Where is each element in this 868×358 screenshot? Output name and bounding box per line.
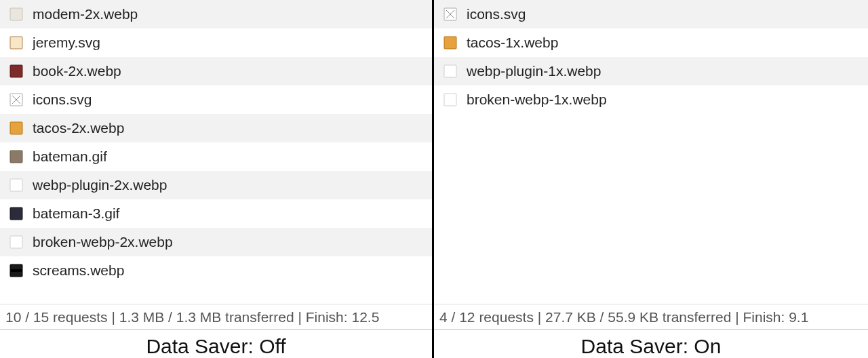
file-icon bbox=[443, 64, 457, 78]
svg-rect-1 bbox=[10, 37, 22, 49]
file-name: bateman.gif bbox=[33, 148, 107, 165]
svg-rect-0 bbox=[10, 8, 22, 20]
file-name: tacos-1x.webp bbox=[467, 35, 558, 51]
file-name: book-2x.webp bbox=[33, 63, 121, 79]
table-row[interactable]: broken-webp-1x.webp bbox=[434, 85, 868, 114]
svg-rect-8 bbox=[10, 236, 22, 248]
table-row[interactable]: tacos-2x.webp bbox=[0, 114, 432, 142]
table-row[interactable]: webp-plugin-2x.webp bbox=[0, 171, 432, 199]
comparison-container: modem-2x.webp jeremy.svg book-2x.webp ic… bbox=[0, 0, 868, 358]
table-row[interactable]: screams.webp bbox=[0, 256, 432, 285]
file-icon bbox=[9, 64, 23, 78]
file-name: webp-plugin-2x.webp bbox=[33, 177, 167, 193]
table-row[interactable]: modem-2x.webp bbox=[0, 0, 432, 28]
panel-left: modem-2x.webp jeremy.svg book-2x.webp ic… bbox=[0, 0, 434, 358]
table-row[interactable]: broken-webp-2x.webp bbox=[0, 228, 432, 256]
file-icon bbox=[9, 235, 23, 249]
file-name: modem-2x.webp bbox=[33, 6, 138, 22]
file-icon bbox=[9, 207, 23, 220]
file-name: screams.webp bbox=[33, 262, 124, 279]
file-name: broken-webp-1x.webp bbox=[467, 92, 607, 108]
status-bar-left: 10 / 15 requests | 1.3 MB / 1.3 MB trans… bbox=[0, 304, 432, 330]
file-name: webp-plugin-1x.webp bbox=[467, 63, 601, 79]
table-row[interactable]: icons.svg bbox=[0, 85, 432, 114]
svg-rect-6 bbox=[10, 179, 22, 191]
table-row[interactable]: jeremy.svg bbox=[0, 28, 432, 57]
panel-right: icons.svg tacos-1x.webp webp-plugin-1x.w… bbox=[434, 0, 868, 358]
svg-rect-14 bbox=[444, 94, 456, 106]
svg-rect-12 bbox=[444, 37, 456, 49]
file-icon bbox=[9, 93, 23, 106]
file-icon bbox=[443, 7, 457, 21]
file-icon bbox=[9, 264, 23, 277]
file-icon bbox=[9, 121, 23, 135]
file-name: icons.svg bbox=[467, 6, 526, 22]
table-row[interactable]: book-2x.webp bbox=[0, 57, 432, 85]
svg-rect-2 bbox=[10, 65, 22, 77]
svg-rect-7 bbox=[10, 207, 22, 220]
file-name: bateman-3.gif bbox=[33, 205, 119, 222]
network-list-left: modem-2x.webp jeremy.svg book-2x.webp ic… bbox=[0, 0, 432, 304]
table-row[interactable]: icons.svg bbox=[434, 0, 868, 28]
file-icon bbox=[9, 36, 23, 49]
svg-rect-4 bbox=[10, 122, 22, 134]
file-icon bbox=[443, 36, 457, 49]
file-icon bbox=[9, 150, 23, 163]
file-name: broken-webp-2x.webp bbox=[33, 234, 173, 250]
caption-right: Data Saver: On bbox=[434, 330, 868, 358]
svg-rect-13 bbox=[444, 65, 456, 77]
file-icon bbox=[443, 93, 457, 106]
file-name: tacos-2x.webp bbox=[33, 120, 124, 136]
table-row[interactable]: tacos-1x.webp bbox=[434, 28, 868, 57]
table-row[interactable]: bateman-3.gif bbox=[0, 199, 432, 228]
table-row[interactable]: webp-plugin-1x.webp bbox=[434, 57, 868, 85]
file-icon bbox=[9, 178, 23, 192]
file-icon bbox=[9, 7, 23, 21]
file-name: jeremy.svg bbox=[33, 35, 100, 51]
svg-rect-10 bbox=[11, 269, 22, 272]
table-row[interactable]: bateman.gif bbox=[0, 142, 432, 171]
svg-rect-5 bbox=[10, 151, 22, 163]
file-name: icons.svg bbox=[33, 92, 92, 108]
caption-left: Data Saver: Off bbox=[0, 330, 432, 358]
status-bar-right: 4 / 12 requests | 27.7 KB / 55.9 KB tran… bbox=[434, 304, 868, 330]
network-list-right: icons.svg tacos-1x.webp webp-plugin-1x.w… bbox=[434, 0, 868, 304]
